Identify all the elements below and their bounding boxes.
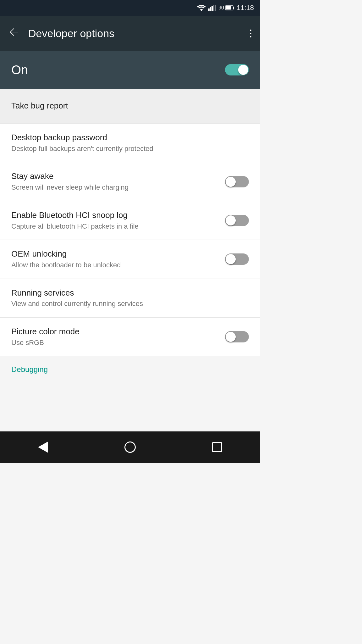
nav-back-button[interactable] [33,436,53,458]
svg-rect-7 [226,6,231,10]
setting-picture-color-mode[interactable]: Picture color mode Use sRGB [0,318,260,356]
oem-unlocking-toggle[interactable] [225,253,249,265]
setting-title-take-bug-report: Take bug report [11,101,243,111]
setting-text-take-bug-report: Take bug report [11,101,249,111]
setting-subtitle-picture-color: Use sRGB [11,338,219,347]
setting-take-bug-report[interactable]: Take bug report [0,89,260,123]
developer-options-toggle[interactable] [225,64,249,75]
nav-recent-button[interactable] [207,437,227,457]
svg-rect-3 [213,5,214,11]
on-label: On [11,63,28,77]
setting-text-desktop-backup: Desktop backup password Desktop full bac… [11,132,249,153]
back-button[interactable] [6,26,21,41]
setting-subtitle-bluetooth-hci: Capture all bluetooth HCI packets in a f… [11,222,219,231]
svg-rect-2 [211,6,213,11]
nav-back-icon [38,441,48,453]
setting-text-bluetooth-hci: Enable Bluetooth HCI snoop log Capture a… [11,210,225,231]
stay-awake-toggle-thumb [226,177,236,187]
toggle-thumb [238,65,248,75]
setting-title-picture-color: Picture color mode [11,326,219,337]
setting-subtitle-oem-unlocking: Allow the bootloader to be unlocked [11,261,219,270]
oem-unlocking-toggle-thumb [226,254,236,264]
app-bar: Developer options [0,16,260,51]
picture-color-toggle[interactable] [225,331,249,342]
setting-subtitle-running-services: View and control currently running servi… [11,299,243,308]
stay-awake-toggle[interactable] [225,176,249,187]
wifi-icon [197,5,206,11]
setting-title-running-services: Running services [11,288,243,298]
setting-text-stay-awake: Stay awake Screen will never sleep while… [11,171,225,192]
setting-subtitle-desktop-backup: Desktop full backups aren't currently pr… [11,144,243,153]
setting-desktop-backup-password[interactable]: Desktop backup password Desktop full bac… [0,124,260,162]
setting-oem-unlocking[interactable]: OEM unlocking Allow the bootloader to be… [0,240,260,278]
more-options-button[interactable] [247,27,254,40]
debugging-label: Debugging [11,365,48,374]
bottom-navigation [0,431,260,463]
setting-text-oem-unlocking: OEM unlocking Allow the bootloader to be… [11,249,225,269]
settings-list: Take bug report Desktop backup password … [0,89,260,431]
setting-running-services[interactable]: Running services View and control curren… [0,279,260,317]
setting-title-desktop-backup: Desktop backup password [11,132,243,143]
setting-subtitle-stay-awake: Screen will never sleep while charging [11,183,219,192]
more-dot-1 [250,30,251,31]
setting-title-bluetooth-hci: Enable Bluetooth HCI snoop log [11,210,219,221]
bluetooth-hci-toggle[interactable] [225,215,249,226]
svg-rect-6 [233,7,234,9]
setting-title-oem-unlocking: OEM unlocking [11,249,219,259]
setting-text-running-services: Running services View and control curren… [11,288,249,308]
battery-level: 90 [218,5,224,11]
svg-rect-1 [210,7,211,11]
nav-recent-icon [212,442,222,452]
setting-stay-awake[interactable]: Stay awake Screen will never sleep while… [0,162,260,201]
signal-icon [208,5,216,11]
more-dot-3 [250,36,251,37]
status-time: 11:18 [237,4,254,12]
picture-color-toggle-thumb [226,332,236,342]
debugging-section-header: Debugging [0,356,260,378]
setting-title-stay-awake: Stay awake [11,171,219,182]
status-icons: 90 11:18 [197,4,254,12]
developer-options-toggle-row[interactable]: On [0,51,260,89]
setting-bluetooth-hci[interactable]: Enable Bluetooth HCI snoop log Capture a… [0,201,260,240]
svg-rect-0 [208,8,210,11]
battery-icon: 90 [218,5,234,11]
setting-text-picture-color: Picture color mode Use sRGB [11,326,225,347]
svg-rect-4 [215,5,216,11]
status-bar: 90 11:18 [0,0,260,16]
nav-home-icon [124,441,136,453]
page-title: Developer options [28,27,240,40]
more-dot-2 [250,33,251,34]
nav-home-button[interactable] [119,436,141,458]
bluetooth-hci-toggle-thumb [226,215,236,225]
